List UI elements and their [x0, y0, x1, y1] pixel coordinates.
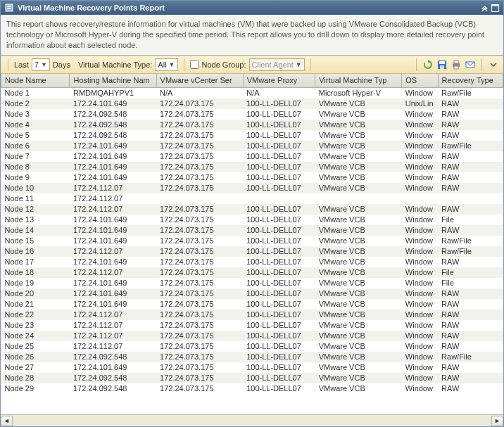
- refresh-icon[interactable]: [422, 59, 434, 70]
- svg-rect-9: [454, 60, 458, 63]
- cell-os: Window: [402, 236, 438, 246]
- table-row[interactable]: Node 25172.24.112.07172.24.073.175100-LL…: [1, 341, 503, 352]
- table-row[interactable]: Node 7172.24.101.649172.24.073.175100-LL…: [1, 151, 503, 162]
- cell-proxy: 100-LL-DELL07: [243, 299, 315, 310]
- cell-vcenter: 172.24.073.175: [156, 310, 243, 320]
- col-header-proxy[interactable]: VMware Proxy: [243, 74, 315, 88]
- cell-proxy: 100-LL-DELL07: [243, 130, 315, 141]
- table-row[interactable]: Node 3172.24.092.548172.24.073.175100-LL…: [1, 109, 503, 120]
- cell-os: Window: [402, 130, 438, 141]
- scroll-track[interactable]: [13, 416, 491, 426]
- cell-vmtype: VMware VCB: [315, 130, 402, 141]
- col-header-vcenter[interactable]: VMware vCenter Ser: [156, 74, 243, 88]
- chevron-down-icon[interactable]: [488, 59, 499, 70]
- col-header-rtype[interactable]: Recovery Type: [438, 74, 503, 88]
- save-icon[interactable]: [436, 59, 448, 70]
- table-row[interactable]: Node 4172.24.092.548172.24.073.175100-LL…: [1, 120, 503, 130]
- table-row[interactable]: Node 18172.24.112.07172.24.073.175100-LL…: [1, 267, 503, 278]
- window-title: Virtual Machine Recovery Points Report: [18, 4, 165, 12]
- table-row[interactable]: Node 1RMDMQAHYPV1N/AN/AMicrosoft Hyper-V…: [1, 88, 503, 98]
- cell-host: 172.24.092.548: [70, 130, 156, 141]
- node-group-checkbox[interactable]: [190, 60, 199, 69]
- table-row[interactable]: Node 28172.24.092.548172.24.073.175100-L…: [1, 373, 503, 383]
- table-row[interactable]: Node 14172.24.101.649172.24.073.175100-L…: [1, 225, 503, 236]
- table-row[interactable]: Node 22172.24.112.07172.24.073.175100-LL…: [1, 310, 503, 320]
- svg-rect-4: [492, 4, 499, 6]
- cell-vmtype: [315, 193, 402, 204]
- email-icon[interactable]: [465, 59, 476, 70]
- table-row[interactable]: Node 17172.24.101.649172.24.073.175100-L…: [1, 257, 503, 267]
- table-row[interactable]: Node 12172.24.112.07172.24.073.175100-LL…: [1, 204, 503, 215]
- cell-rtype: File: [438, 278, 503, 288]
- cell-vcenter: 172.24.073.175: [156, 120, 243, 130]
- close-button[interactable]: [491, 4, 499, 12]
- cell-vmtype: VMware VCB: [315, 172, 402, 183]
- cell-vmtype: VMware VCB: [315, 246, 402, 257]
- table-row[interactable]: Node 15172.24.101.649172.24.073.175100-L…: [1, 236, 503, 246]
- table-row[interactable]: Node 2172.24.101.649172.24.073.175100-LL…: [1, 98, 503, 109]
- cell-proxy: 100-LL-DELL07: [243, 225, 315, 236]
- table-row[interactable]: Node 13172.24.101.649172.24.073.175100-L…: [1, 215, 503, 225]
- collapse-button[interactable]: [481, 4, 489, 12]
- table-row[interactable]: Node 23172.24.112.07172.24.073.175100-LL…: [1, 320, 503, 331]
- table-row[interactable]: Node 20172.24.101.649172.24.073.175100-L…: [1, 288, 503, 299]
- cell-rtype: [438, 193, 503, 204]
- cell-os: Window: [402, 352, 438, 362]
- cell-rtype: Raw/File: [438, 141, 503, 151]
- cell-vcenter: 172.24.073.175: [156, 267, 243, 278]
- cell-node: Node 8: [1, 162, 70, 172]
- table-row[interactable]: Node 19172.24.101.649172.24.073.175100-L…: [1, 278, 503, 288]
- horizontal-scrollbar[interactable]: ◄ ►: [1, 414, 503, 426]
- scroll-left-arrow-icon[interactable]: ◄: [1, 416, 13, 426]
- table-row[interactable]: Node 21172.24.101.649172.24.073.175100-L…: [1, 299, 503, 310]
- cell-vcenter: 172.24.073.175: [156, 331, 243, 341]
- cell-vcenter: 172.24.073.175: [156, 362, 243, 373]
- scroll-right-arrow-icon[interactable]: ►: [491, 416, 503, 426]
- toolbar: Last 7 ▼ Days Virtual Machine Type: All …: [1, 56, 503, 74]
- table-row[interactable]: Node 27172.24.101.649172.24.073.175100-L…: [1, 362, 503, 373]
- cell-vmtype: VMware VCB: [315, 225, 402, 236]
- cell-vmtype: VMware VCB: [315, 383, 402, 394]
- cell-host: 172.24.092.548: [70, 109, 156, 120]
- table-row[interactable]: Node 26172.24.092.548172.24.073.175100-L…: [1, 352, 503, 362]
- cell-rtype: RAW: [438, 288, 503, 299]
- cell-vcenter: 172.24.073.175: [156, 141, 243, 151]
- col-header-node[interactable]: Node Name: [1, 74, 70, 88]
- table-row[interactable]: Node 16172.24.112.07172.24.073.175100-LL…: [1, 246, 503, 257]
- cell-rtype: RAW: [438, 331, 503, 341]
- col-header-vmtype[interactable]: Virtual Machine Typ: [315, 74, 402, 88]
- cell-rtype: RAW: [438, 341, 503, 352]
- cell-proxy: 100-LL-DELL07: [243, 383, 315, 394]
- cell-vmtype: VMware VCB: [315, 288, 402, 299]
- cell-vcenter: 172.24.073.175: [156, 320, 243, 331]
- table-row[interactable]: Node 24172.24.112.07172.24.073.175100-LL…: [1, 331, 503, 341]
- days-label: Days: [53, 60, 70, 69]
- table-row[interactable]: Node 11172.24.112.07: [1, 193, 503, 204]
- table-row[interactable]: Node 8172.24.101.649172.24.073.175100-LL…: [1, 162, 503, 172]
- last-days-dropdown[interactable]: 7 ▼: [32, 58, 50, 71]
- cell-vmtype: VMware VCB: [315, 331, 402, 341]
- table-row[interactable]: Node 5172.24.092.548172.24.073.175100-LL…: [1, 130, 503, 141]
- cell-proxy: 100-LL-DELL07: [243, 215, 315, 225]
- node-group-dropdown[interactable]: Client Agent ▼: [249, 58, 305, 71]
- col-header-host[interactable]: Hosting Machine Nam: [70, 74, 156, 88]
- cell-os: Window: [402, 162, 438, 172]
- cell-proxy: 100-LL-DELL07: [243, 246, 315, 257]
- cell-vcenter: 172.24.073.175: [156, 341, 243, 352]
- cell-vmtype: VMware VCB: [315, 204, 402, 215]
- cell-vmtype: VMware VCB: [315, 120, 402, 130]
- cell-node: Node 19: [1, 278, 70, 288]
- print-icon[interactable]: [451, 59, 462, 70]
- table-row[interactable]: Node 9172.24.101.649172.24.073.175100-LL…: [1, 172, 503, 183]
- table-row[interactable]: Node 29172.24.092.548172.24.073.175100-L…: [1, 383, 503, 394]
- last-label: Last: [14, 60, 29, 69]
- cell-node: Node 13: [1, 215, 70, 225]
- cell-proxy: 100-LL-DELL07: [243, 151, 315, 162]
- cell-host: 172.24.112.07: [70, 320, 156, 331]
- cell-proxy: 100-LL-DELL07: [243, 310, 315, 320]
- table-row[interactable]: Node 10172.24.112.07172.24.073.175100-LL…: [1, 183, 503, 193]
- col-header-os[interactable]: OS: [402, 74, 438, 88]
- vm-type-dropdown[interactable]: All ▼: [155, 58, 177, 71]
- table-row[interactable]: Node 6172.24.101.649172.24.073.175100-LL…: [1, 141, 503, 151]
- cell-rtype: RAW: [438, 120, 503, 130]
